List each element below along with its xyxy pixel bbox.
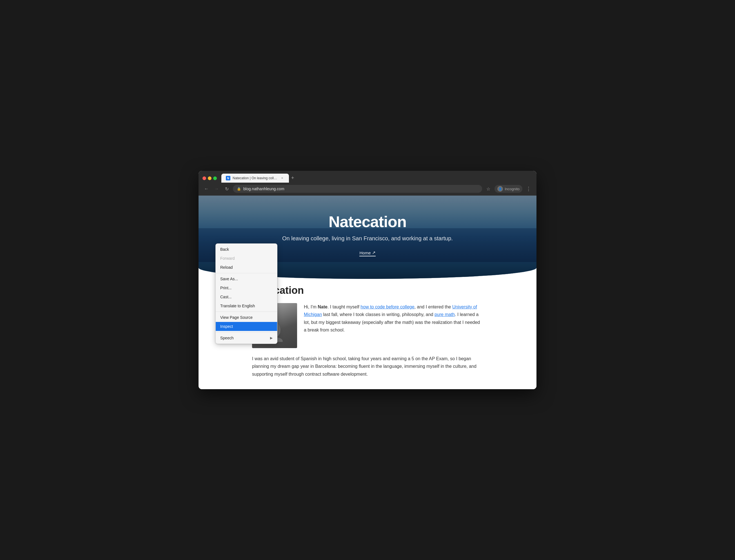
context-menu-view-source[interactable]: View Page Source (216, 313, 277, 322)
external-link-icon: ↗ (372, 250, 376, 255)
avatar: 👤 (497, 186, 503, 192)
context-menu-speech[interactable]: Speech ▶ (216, 333, 277, 342)
address-bar-row: ← → ↻ 🔒 blog.nathanhleung.com ☆ 👤 Incogn… (198, 183, 537, 196)
context-menu-reload[interactable]: Reload (216, 263, 277, 272)
profile-label: Incognito (505, 187, 520, 191)
maximize-window-button[interactable] (213, 176, 217, 180)
main-content: Natecation Hi, I'm Nate. I taught myself… (241, 279, 494, 389)
tab-close-button[interactable]: × (280, 176, 284, 180)
context-menu-view-source-label: View Page Source (220, 315, 252, 320)
reload-button[interactable]: ↻ (223, 185, 231, 193)
tab-title: Natecation | On leaving college, (233, 176, 278, 180)
context-menu-save-as[interactable]: Save As... (216, 274, 277, 283)
browser-chrome: N Natecation | On leaving college, × + ←… (198, 171, 537, 196)
nav-home-link[interactable]: Home ↗ (359, 250, 376, 256)
context-menu-cast-label: Cast... (220, 295, 231, 299)
context-menu-group-4: Speech ▶ (216, 332, 277, 344)
intro-mid2: last fall, where I took classes in writi… (322, 312, 435, 317)
context-menu: Back Forward Reload Save As... Print... (215, 243, 277, 344)
context-menu-group-3: View Page Source Inspect (216, 312, 277, 332)
link-how-to-code[interactable]: how to code before college (360, 304, 414, 309)
context-menu-inspect-label: Inspect (220, 324, 233, 329)
context-menu-group-1: Back Forward Reload (216, 244, 277, 273)
context-menu-save-as-label: Save As... (220, 277, 238, 281)
page-heading: Natecation (252, 285, 483, 296)
intro-pre-name: Hi, I'm (304, 304, 318, 309)
tab-bar: N Natecation | On leaving college, × + (221, 174, 533, 183)
bookmark-button[interactable]: ☆ (484, 185, 492, 193)
intro-paragraph: Hi, I'm Nate. I taught myself how to cod… (304, 303, 483, 348)
close-window-button[interactable] (202, 176, 206, 180)
title-bar: N Natecation | On leaving college, × + (198, 171, 537, 183)
context-menu-translate-label: Translate to English (220, 304, 255, 308)
tab-favicon: N (226, 176, 230, 180)
url-text: blog.nathanhleung.com (243, 187, 478, 191)
traffic-lights (202, 176, 217, 180)
context-menu-back-label: Back (220, 247, 229, 252)
submenu-arrow-icon: ▶ (270, 336, 272, 340)
context-menu-reload-label: Reload (220, 265, 233, 270)
nav-home-label: Home (359, 250, 371, 255)
address-bar[interactable]: 🔒 blog.nathanhleung.com (233, 185, 482, 193)
lock-icon: 🔒 (237, 187, 241, 191)
link-pure-math[interactable]: pure math (435, 312, 455, 317)
context-menu-back[interactable]: Back (216, 245, 277, 254)
active-tab[interactable]: N Natecation | On leaving college, × (221, 174, 289, 183)
context-menu-cast[interactable]: Cast... (216, 292, 277, 301)
hero-subtitle: On leaving college, living in San Franci… (204, 235, 531, 242)
context-menu-print[interactable]: Print... (216, 283, 277, 292)
context-menu-inspect[interactable]: Inspect (216, 322, 277, 331)
context-menu-forward[interactable]: Forward (216, 254, 277, 263)
page-content: Natecation On leaving college, living in… (198, 196, 537, 389)
intro-name: Nate (318, 304, 327, 309)
new-tab-button[interactable]: + (289, 174, 296, 182)
context-menu-forward-label: Forward (220, 256, 234, 261)
forward-button[interactable]: → (213, 185, 220, 193)
hero-title: Natecation (204, 212, 531, 231)
context-menu-speech-label: Speech (220, 336, 233, 340)
context-menu-group-2: Save As... Print... Cast... Translate to… (216, 273, 277, 312)
profile-button[interactable]: 👤 Incognito (495, 185, 522, 193)
body-paragraph-2: I was an avid student of Spanish in high… (252, 355, 483, 378)
browser-window: N Natecation | On leaving college, × + ←… (198, 171, 537, 389)
context-menu-print-label: Print... (220, 286, 231, 290)
back-button[interactable]: ← (202, 185, 210, 193)
minimize-window-button[interactable] (208, 176, 211, 180)
intro-section: Hi, I'm Nate. I taught myself how to cod… (252, 303, 483, 348)
chrome-menu-button[interactable]: ⋮ (525, 185, 533, 193)
context-menu-translate[interactable]: Translate to English (216, 301, 277, 310)
